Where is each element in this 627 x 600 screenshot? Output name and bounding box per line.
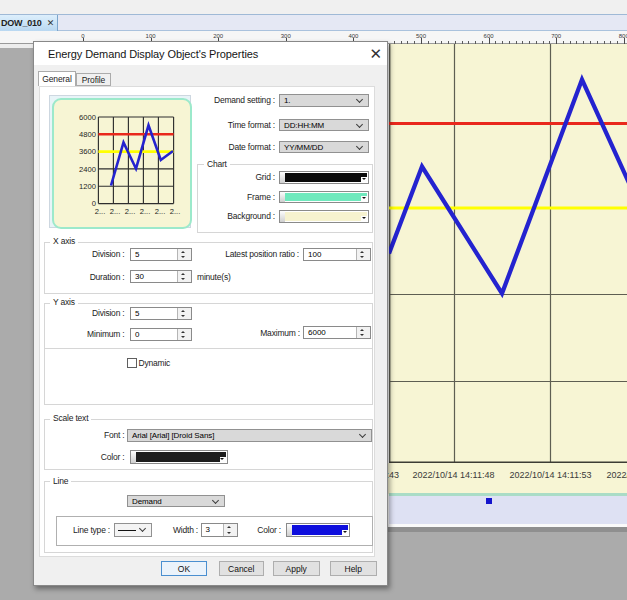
svg-text:2...: 2...	[95, 207, 106, 216]
svg-text:2...: 2...	[125, 207, 136, 216]
svg-text:3600: 3600	[79, 147, 96, 156]
svg-text:2400: 2400	[79, 165, 96, 174]
svg-text:4800: 4800	[79, 130, 96, 139]
svg-text:2...: 2...	[140, 207, 151, 216]
svg-text:1200: 1200	[79, 182, 96, 191]
svg-text:2...: 2...	[110, 207, 121, 216]
svg-text:6000: 6000	[79, 113, 96, 122]
svg-text:2...: 2...	[155, 207, 166, 216]
